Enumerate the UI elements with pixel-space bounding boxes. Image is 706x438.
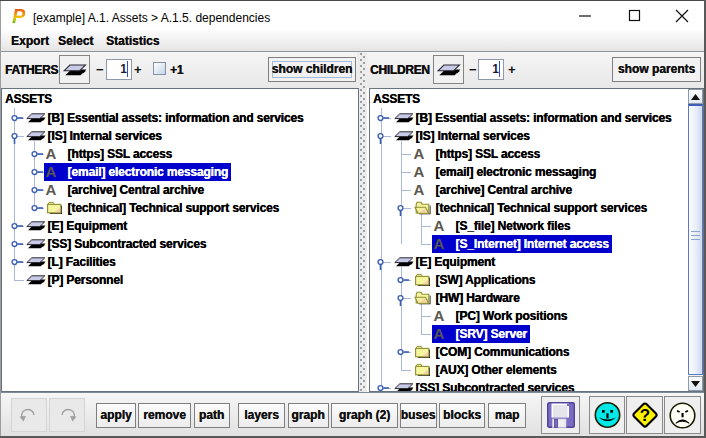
svg-text:?: ? [639, 406, 649, 425]
